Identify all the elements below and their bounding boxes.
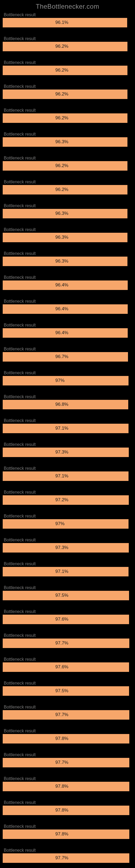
bar-track: 96.2% [3, 42, 132, 51]
bar-fill: 96.2% [3, 185, 127, 194]
page-title: TheBottlenecker.com [36, 3, 99, 10]
bar-fill: 97.7% [3, 639, 129, 648]
bar-track: 96.7% [3, 352, 132, 362]
bar-row: Bottleneck result96.2% [3, 84, 132, 99]
bar-label: Bottleneck result [4, 490, 36, 495]
bar-value: 97.3% [55, 450, 68, 455]
bar-track: 96.3% [3, 209, 132, 218]
bar-track: 97.1% [3, 471, 132, 481]
bar-fill: 96.2% [3, 90, 127, 99]
bar-row: Bottleneck result97% [3, 371, 132, 385]
bar-label: Bottleneck result [4, 132, 36, 137]
bar-label: Bottleneck result [4, 752, 36, 757]
bar-track: 97.5% [3, 591, 132, 600]
bar-fill: 97.8% [3, 734, 129, 744]
bar-label: Bottleneck result [4, 442, 36, 447]
bar-track: 96.2% [3, 161, 132, 170]
bar-value: 97.8% [55, 831, 68, 837]
bar-label: Bottleneck result [4, 561, 36, 566]
bar-label: Bottleneck result [4, 514, 36, 519]
bar-value: 97% [55, 521, 64, 527]
bar-fill: 97.6% [3, 615, 129, 624]
bar-row: Bottleneck result97.6% [3, 657, 132, 672]
bar-value: 96.2% [55, 163, 68, 168]
bar-track: 97.8% [3, 806, 132, 815]
bar-row: Bottleneck result97.3% [3, 538, 132, 553]
bar-value: 97.1% [55, 569, 68, 574]
bar-value: 97.6% [55, 617, 68, 622]
bar-label: Bottleneck result [4, 466, 36, 471]
bar-fill: 97.1% [3, 471, 129, 481]
bar-row: Bottleneck result96.2% [3, 180, 132, 194]
bar-value: 97.2% [55, 497, 68, 503]
bar-label: Bottleneck result [4, 657, 36, 662]
bar-fill: 96.3% [3, 137, 127, 147]
bar-value: 96.4% [55, 330, 68, 336]
bar-track: 97.1% [3, 567, 132, 577]
bar-track: 97.7% [3, 758, 132, 767]
bar-row: Bottleneck result97.3% [3, 442, 132, 457]
bar-fill: 96.3% [3, 209, 127, 218]
bar-track: 97.7% [3, 710, 132, 720]
bar-label: Bottleneck result [4, 418, 36, 423]
bar-label: Bottleneck result [4, 227, 36, 232]
bar-row: Bottleneck result97.8% [3, 728, 132, 744]
bar-label: Bottleneck result [4, 275, 36, 280]
bar-label: Bottleneck result [4, 705, 36, 710]
bar-track: 97.7% [3, 854, 132, 863]
bar-row: Bottleneck result97.5% [3, 585, 132, 600]
bar-fill: 97.8% [3, 806, 129, 815]
bar-fill: 97.3% [3, 543, 129, 553]
bar-track: 97.5% [3, 686, 132, 696]
bar-track: 96.2% [3, 90, 132, 99]
bar-row: Bottleneck result96.2% [3, 156, 132, 170]
bar-label: Bottleneck result [4, 848, 36, 853]
bar-track: 96.4% [3, 304, 132, 314]
bar-track: 97.8% [3, 782, 132, 791]
bar-fill: 96.2% [3, 42, 127, 51]
bar-fill: 96.2% [3, 161, 127, 170]
bar-fill: 97% [3, 519, 129, 529]
bar-value: 97.5% [55, 688, 68, 693]
bar-label: Bottleneck result [4, 156, 36, 161]
bar-label: Bottleneck result [4, 347, 36, 351]
bar-value: 96.4% [55, 306, 68, 312]
bar-label: Bottleneck result [4, 251, 36, 256]
bar-row: Bottleneck result97.8% [3, 824, 132, 839]
bar-value: 97.1% [55, 473, 68, 479]
bar-label: Bottleneck result [4, 12, 36, 18]
bar-label: Bottleneck result [4, 323, 36, 328]
bar-value: 97.1% [55, 426, 68, 431]
bar-value: 97% [55, 378, 64, 383]
bar-track: 96.2% [3, 185, 132, 194]
bar-row: Bottleneck result97% [3, 514, 132, 529]
bar-label: Bottleneck result [4, 538, 36, 542]
bar-value: 96.2% [55, 187, 68, 192]
bar-fill: 96.2% [3, 113, 127, 123]
bar-label: Bottleneck result [4, 36, 36, 41]
bar-label: Bottleneck result [4, 108, 36, 113]
bar-row: Bottleneck result96.1% [3, 12, 132, 27]
bar-label: Bottleneck result [4, 776, 36, 781]
bar-row: Bottleneck result97.7% [3, 848, 132, 863]
bar-value: 96.3% [55, 235, 68, 240]
bar-row: Bottleneck result96.4% [3, 275, 132, 290]
bar-label: Bottleneck result [4, 60, 36, 65]
bar-value: 96.2% [55, 67, 68, 73]
bar-fill: 97.7% [3, 710, 129, 720]
bar-fill: 97.2% [3, 495, 129, 505]
bar-track: 96.3% [3, 137, 132, 147]
bar-fill: 96.3% [3, 233, 127, 242]
bar-row: Bottleneck result96.3% [3, 204, 132, 218]
bar-fill: 96.1% [3, 18, 127, 27]
bar-label: Bottleneck result [4, 180, 36, 184]
bar-fill: 97.1% [3, 567, 129, 577]
bar-label: Bottleneck result [4, 585, 36, 590]
bar-fill: 96.4% [3, 304, 128, 314]
bar-value: 97.8% [55, 784, 68, 789]
bar-track: 96.3% [3, 233, 132, 242]
bar-row: Bottleneck result97.8% [3, 800, 132, 815]
bar-label: Bottleneck result [4, 609, 36, 614]
bar-row: Bottleneck result96.8% [3, 394, 132, 409]
bar-value: 96.3% [55, 139, 68, 145]
